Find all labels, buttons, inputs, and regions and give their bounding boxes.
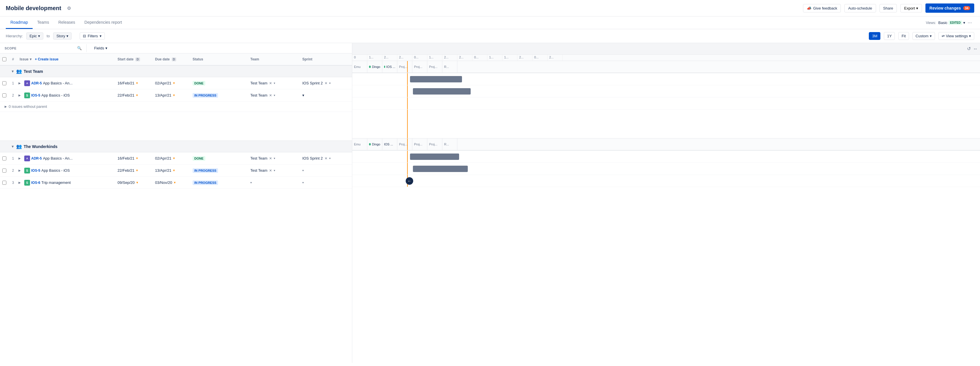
date-value: 02/Apr/21 xyxy=(155,81,171,85)
sprint-dropdown-icon[interactable]: ▾ xyxy=(329,157,331,160)
team-dropdown-icon[interactable]: ▾ xyxy=(274,169,275,172)
issue-type-icon: S xyxy=(24,93,30,98)
team-clear-button[interactable]: ✕ xyxy=(269,93,272,98)
start-date-cell: 22/Feb/21 ▼ xyxy=(115,93,153,97)
expand-icon[interactable]: ▶ xyxy=(19,82,23,85)
group-toggle-wunderkinds[interactable]: ▼ xyxy=(11,145,14,149)
tab-roadmap[interactable]: Roadmap xyxy=(6,16,33,29)
group-header-test-team: ▼ 👥 Test Team xyxy=(0,66,352,77)
nav-bar: Roadmap Teams Releases Dependencies repo… xyxy=(0,16,980,29)
team-dropdown-icon[interactable]: ▾ xyxy=(274,82,275,85)
time-label: 2... xyxy=(547,54,563,61)
team-value: Test Team xyxy=(250,168,267,173)
edited-badge: EDITED xyxy=(948,21,962,25)
status-badge: DONE xyxy=(192,81,205,86)
time-3m-button[interactable]: 3M xyxy=(869,32,880,40)
sprint-clear-button[interactable]: ✕ xyxy=(324,81,328,86)
row-checkbox[interactable] xyxy=(0,169,9,173)
sprint-dropdown-icon[interactable]: ▾ xyxy=(329,82,331,85)
team-clear-button[interactable]: ✕ xyxy=(269,168,272,173)
issue-type-icon: A xyxy=(24,80,30,86)
sprint-clear-button[interactable]: ✕ xyxy=(324,156,328,161)
time-label: 0... xyxy=(473,54,487,61)
expand-icon: ▶ xyxy=(5,105,7,108)
sprint-dropdown-icon[interactable]: ▾ xyxy=(302,169,304,172)
issue-key[interactable]: ADR-5 xyxy=(31,81,42,85)
autoschedule-button[interactable]: Auto-schedule xyxy=(844,4,876,13)
views-basic[interactable]: Basic EDITED ▾ xyxy=(939,21,965,25)
gantt-bar xyxy=(413,88,471,94)
back-to-issue-button[interactable]: ← xyxy=(406,177,413,185)
row-checkbox[interactable] xyxy=(0,81,9,85)
time-1y-button[interactable]: 1Y xyxy=(884,32,895,40)
view-settings-button[interactable]: ⇌ View settings ▾ xyxy=(939,32,974,40)
status-badge: DONE xyxy=(192,156,205,161)
chevron-down-icon: ▾ xyxy=(105,46,107,50)
sprint-dropdown-icon[interactable]: ▾ xyxy=(302,181,304,184)
sprint-dropdown-icon[interactable]: ▾ xyxy=(302,93,304,97)
chevron-down-icon: ▾ xyxy=(969,34,971,38)
export-button[interactable]: Export ▾ xyxy=(900,4,922,13)
tab-releases[interactable]: Releases xyxy=(54,16,80,29)
team-clear-button[interactable]: ✕ xyxy=(269,81,272,86)
time-custom-button[interactable]: Custom ▾ xyxy=(912,32,935,40)
give-feedback-button[interactable]: 📣 Give feedback xyxy=(803,4,841,13)
review-changes-button[interactable]: Review changes 34 xyxy=(926,3,974,13)
gantt-undo-icon[interactable]: ↺ xyxy=(967,46,971,51)
gear-icon[interactable]: ⚙ xyxy=(67,5,71,11)
issue-key[interactable]: IOS-5 xyxy=(31,169,40,173)
filters-button[interactable]: ⊟ Filters ▾ xyxy=(80,32,105,40)
team-dropdown-icon[interactable]: ▾ xyxy=(274,157,275,160)
row-number: 2 xyxy=(9,169,18,173)
group-name-wunderkinds: The Wunderkinds xyxy=(24,144,57,149)
time-label: 2... xyxy=(442,54,457,61)
status-badge: IN PROGRESS xyxy=(192,181,218,185)
select-all-checkbox[interactable] xyxy=(0,57,9,61)
expand-icon[interactable]: ▶ xyxy=(19,157,23,160)
status-cell: IN PROGRESS xyxy=(190,93,248,97)
date-value: 13/Apr/21 xyxy=(155,168,171,173)
tab-teams[interactable]: Teams xyxy=(33,16,54,29)
row-checkbox[interactable] xyxy=(0,181,9,185)
expand-icon[interactable]: ▶ xyxy=(19,94,23,97)
group-toggle-test-team[interactable]: ▼ xyxy=(11,69,14,74)
issue-key[interactable]: ADR-5 xyxy=(31,157,42,160)
row-checkbox[interactable] xyxy=(0,157,9,160)
due-date-cell: 02/Apr/21 ▼ xyxy=(153,156,190,160)
issue-key[interactable]: IOS-5 xyxy=(31,93,40,97)
team-clear-button[interactable]: ✕ xyxy=(269,156,272,161)
team-dropdown-icon[interactable]: ▾ xyxy=(274,94,275,97)
more-options-button[interactable]: ··· xyxy=(965,19,974,27)
row-number: 3 xyxy=(9,181,18,185)
fields-button[interactable]: Fields ▾ xyxy=(91,45,347,51)
sprint-label: IOS ... xyxy=(382,139,397,150)
row-checkbox[interactable] xyxy=(0,93,9,97)
chevron-down-icon: ▾ xyxy=(100,34,102,38)
create-issue-button[interactable]: + Create issue xyxy=(33,57,61,61)
expand-icon[interactable]: ▶ xyxy=(19,169,23,172)
issue-key[interactable]: IOS-6 xyxy=(31,181,40,185)
issue-content: ▶ S IOS-5 App Basics - iOS xyxy=(18,93,115,98)
time-fit-button[interactable]: Fit xyxy=(898,32,909,40)
team-value: Test Team xyxy=(250,81,267,85)
gantt-arrows-icon[interactable]: ↔ xyxy=(973,46,978,51)
team-dropdown-icon[interactable]: ▾ xyxy=(250,181,252,184)
scope-search-icon[interactable]: 🔍 xyxy=(77,46,82,50)
tab-dependencies-report[interactable]: Dependencies report xyxy=(80,16,126,29)
expand-icon[interactable]: ▶ xyxy=(19,181,23,184)
time-label: 0... xyxy=(412,54,427,61)
date-value: 22/Feb/21 xyxy=(118,168,135,173)
without-parent-row[interactable]: ▶ 0 issues without parent xyxy=(0,101,352,112)
select-all-input[interactable] xyxy=(2,57,6,61)
hierarchy-story-select[interactable]: Story ▾ xyxy=(53,32,71,40)
empty-space xyxy=(0,112,352,141)
hierarchy-epic-select[interactable]: Epic ▾ xyxy=(26,32,43,40)
team-value: Test Team xyxy=(250,93,267,97)
share-button[interactable]: Share xyxy=(880,4,897,13)
issue-content: ▶ S IOS-5 App Basics - iOS xyxy=(18,168,115,173)
scope-label: SCOPE xyxy=(5,46,77,50)
time-label: 1... xyxy=(367,54,382,61)
today-indicator xyxy=(407,150,408,163)
team-cell: ▾ xyxy=(248,181,300,184)
today-indicator xyxy=(407,85,408,97)
